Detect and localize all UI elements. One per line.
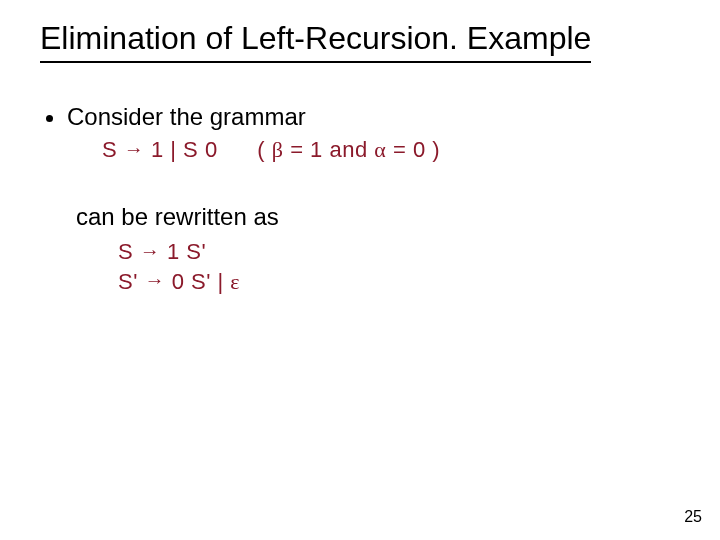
cond-mid2: = 0 [393, 137, 432, 162]
arrow-icon: → [145, 269, 166, 291]
rewrite-rule-2: S' → 0 S' | ε [118, 267, 680, 297]
slide-title: Elimination of Left-Recursion. Example [40, 20, 591, 63]
arrow-icon: → [140, 240, 161, 262]
beta-symbol: β [272, 137, 284, 162]
grammar-rhs: 1 | S 0 [151, 137, 218, 162]
cond-close: ) [432, 137, 440, 162]
cond-mid1: = 1 and [290, 137, 374, 162]
slide-body: Consider the grammar S → 1 | S 0 ( β = 1… [40, 103, 680, 296]
epsilon-symbol: ε [230, 269, 240, 294]
r1-lhs: S [118, 239, 133, 264]
cond-open: ( [257, 137, 265, 162]
arrow-icon: → [124, 138, 145, 160]
grammar-line: S → 1 | S 0 ( β = 1 and α = 0 ) [102, 137, 680, 163]
bullet-dot-icon [46, 115, 53, 122]
bullet-text: Consider the grammar [67, 103, 306, 131]
bullet-item: Consider the grammar [46, 103, 680, 131]
rewrite-intro: can be rewritten as [76, 203, 680, 231]
rewrite-block: S → 1 S' S' → 0 S' | ε [118, 237, 680, 296]
page-number: 25 [684, 508, 702, 526]
grammar-lhs: S [102, 137, 117, 162]
r2-lhs: S' [118, 269, 138, 294]
rewrite-rule-1: S → 1 S' [118, 237, 680, 267]
slide: Elimination of Left-Recursion. Example C… [0, 0, 720, 540]
r1-rhs: 1 S' [167, 239, 206, 264]
alpha-symbol: α [374, 137, 386, 162]
r2-rhs-a: 0 S' | [172, 269, 231, 294]
